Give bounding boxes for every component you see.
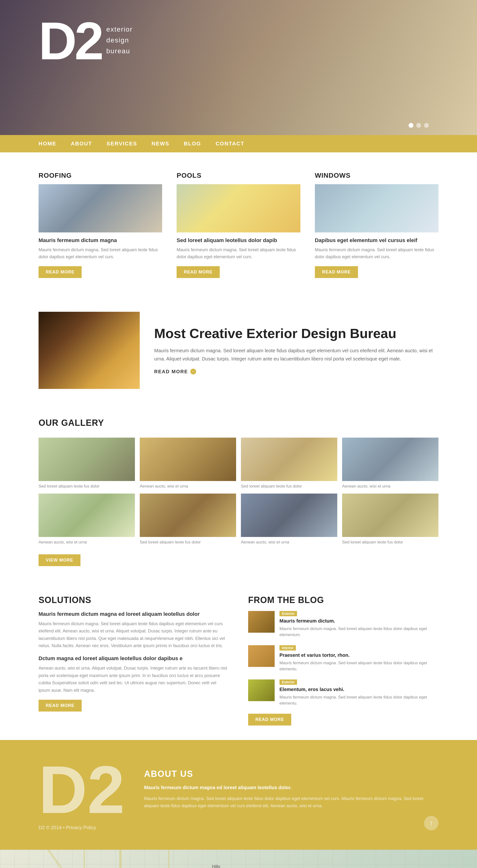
feature-readmore-link[interactable]: READ MORE → [154,369,438,374]
blog-item-2: Interior Praesent et varius tortor, rhon… [248,645,438,672]
blog-tag-1: Exterior [279,611,297,616]
blog-title-2[interactable]: Praesent et varius tortor, rhon. [279,652,438,658]
scroll-top-button[interactable]: ↑ [424,816,438,830]
gallery-view-more-container: VIEW MORE [39,554,438,566]
gallery-item-2: Aenean aucto, wisi et urna [140,438,236,489]
gallery-item-8: Sed loreet aliquam leote fus dolor [342,494,438,545]
gallery-img-2[interactable] [140,438,236,481]
blog-img-1 [248,611,275,633]
hero-dot-2[interactable] [416,123,421,128]
gallery-caption-8: Sed loreet aliquam leote fus dolor [342,540,438,545]
service-roofing-img [39,184,162,232]
service-roofing-title: ROOFING [39,172,162,179]
blog-text-2: Mauris fermeum dictum magna. Sed loreet … [279,660,438,672]
footer-section: D2 D2 © 2014 • Privacy Policy ABOUT US M… [0,740,477,850]
two-col-section: SOLUTIONS Mauris fermeum dictum magna ed… [0,581,477,740]
service-windows-img [315,184,438,232]
gallery-caption-4: Aenean aucto, wisi et urna [342,484,438,489]
blog-img-2 [248,645,275,667]
nav-blog[interactable]: BLOG [184,141,201,147]
gallery-img-7[interactable] [241,494,337,537]
hero-logo: D2 exterior design bureau [39,14,133,67]
gallery-caption-7: Aenean aucto, wisi et urna [241,540,337,545]
blog-title-3[interactable]: Elementum, eros lacus vehi. [279,687,438,692]
solutions-readmore-button[interactable]: READ MORE [39,700,82,712]
service-roofing-text: Mauris fermeum dictum magna. Sed loreet … [39,246,162,260]
feature-arrow-icon: → [190,369,196,374]
map-roads-svg [0,850,477,868]
nav-news[interactable]: NEWS [151,141,169,147]
hero-d2-text: D2 [39,14,101,67]
gallery-item-1: Sed loreet aliquam leote fus dolor [39,438,135,489]
service-pools-img [177,184,300,232]
gallery-caption-5: Aenean aucto, wisi et urna [39,540,135,545]
gallery-img-8[interactable] [342,494,438,537]
blog-item-3: Exterior Elementum, eros lacus vehi. Mau… [248,679,438,707]
feature-content: Most Creative Exterior Design Bureau Mau… [154,326,438,375]
gallery-img-3[interactable] [241,438,337,481]
footer-logo-container: D2 D2 © 2014 • Privacy Policy [39,759,125,830]
gallery-item-3: Sed loreet aliquam leote fus dolor [241,438,337,489]
service-roofing-subtitle: Mauris fermeum dictum magna [39,237,162,244]
blog-text-1: Mauris fermeum dictum magna. Sed loreet … [279,626,438,638]
service-roofing: ROOFING Mauris fermeum dictum magna Maur… [39,172,162,278]
blog-column: FROM THE BLOG Exterior Mauris fermeum di… [248,595,438,725]
services-grid: ROOFING Mauris fermeum dictum magna Maur… [39,172,438,278]
gallery-row-2: Aenean aucto, wisi et urna Sed loreet al… [39,494,438,545]
solutions-heading-2: Dctum magna ed loreet aliquam leotellus … [39,655,229,661]
gallery-caption-1: Sed loreet aliquam leote fus dolor [39,484,135,489]
service-roofing-readmore[interactable]: READ MORE [39,266,82,278]
gallery-row-1: Sed loreet aliquam leote fus dolor Aenea… [39,438,438,489]
footer-about-highlight: Mauris fermeum dictum magna ed loreet al… [144,784,438,791]
solutions-text-2: Aenean aucto, wisi et urna. Aliquet volu… [39,664,229,694]
service-windows-title: WINDOWS [315,172,438,179]
blog-img-3 [248,679,275,701]
main-nav: HOME ABOUT SERVICES NEWS BLOG CONTACT [0,135,477,152]
feature-section: Most Creative Exterior Design Bureau Mau… [0,297,477,403]
gallery-img-4[interactable] [342,438,438,481]
blog-readmore-button[interactable]: READ MORE [248,714,291,725]
gallery-img-5[interactable] [39,494,135,537]
blog-item-1: Exterior Mauris fermeum dictum. Mauris f… [248,611,438,638]
service-pools: POOLS Sed loreet aliquam leotellus dolor… [177,172,300,278]
service-windows-subtitle: Dapibus eget elementum vel cursus eleif [315,237,438,244]
hero-subtitle: exterior design bureau [106,24,133,56]
svg-line-6 [48,850,144,868]
footer-d2-text: D2 [39,759,125,820]
blog-content-2: Interior Praesent et varius tortor, rhon… [279,645,438,672]
gallery-img-6[interactable] [140,494,236,537]
map-section: 📍 Glendale Scottsdale Phoenix Avondale M… [0,850,477,868]
service-pools-readmore[interactable]: READ MORE [177,266,220,278]
solutions-text-1: Mauris fermeum dictum magna. Sed loreet … [39,620,229,650]
service-pools-title: POOLS [177,172,300,179]
blog-content-1: Exterior Mauris fermeum dictum. Mauris f… [279,611,438,638]
gallery-section: OUR GALLERY Sed loreet aliquam leote fus… [0,403,477,581]
service-pools-subtitle: Sed loreet aliquam leotellus dolor dapib [177,237,300,244]
gallery-img-1[interactable] [39,438,135,481]
blog-text-3: Mauris fermeum dictum magna. Sed loreet … [279,694,438,707]
gallery-view-more-button[interactable]: VIEW MORE [39,554,80,566]
gallery-item-6: Sed loreet aliquam leote fus dolor [140,494,236,545]
service-windows-readmore[interactable]: READ MORE [315,266,358,278]
nav-services[interactable]: SERVICES [106,141,137,147]
feature-title: Most Creative Exterior Design Bureau [154,326,438,341]
hero-dot-3[interactable] [424,123,429,128]
footer-about: ABOUT US Mauris fermeum dictum magna ed … [144,759,438,810]
blog-tag-2: Interior [279,645,296,651]
nav-contact[interactable]: CONTACT [216,141,244,147]
service-windows-text: Mauris fermeum dictum magna. Sed loreet … [315,246,438,260]
gallery-item-4: Aenean aucto, wisi et urna [342,438,438,489]
gallery-caption-6: Sed loreet aliquam leote fus dolor [140,540,236,545]
hero-dots [409,123,429,128]
gallery-item-5: Aenean aucto, wisi et urna [39,494,135,545]
blog-title-1[interactable]: Mauris fermeum dictum. [279,618,438,624]
solutions-title: SOLUTIONS [39,595,229,605]
services-section: ROOFING Mauris fermeum dictum magna Maur… [0,152,477,297]
blog-content-3: Exterior Elementum, eros lacus vehi. Mau… [279,679,438,707]
gallery-caption-3: Sed loreet aliquam leote fus dolor [241,484,337,489]
nav-about[interactable]: ABOUT [71,141,92,147]
service-windows: WINDOWS Dapibus eget elementum vel cursu… [315,172,438,278]
nav-home[interactable]: HOME [39,141,56,147]
hero-dot-1[interactable] [409,123,413,128]
solutions-column: SOLUTIONS Mauris fermeum dictum magna ed… [39,595,229,725]
